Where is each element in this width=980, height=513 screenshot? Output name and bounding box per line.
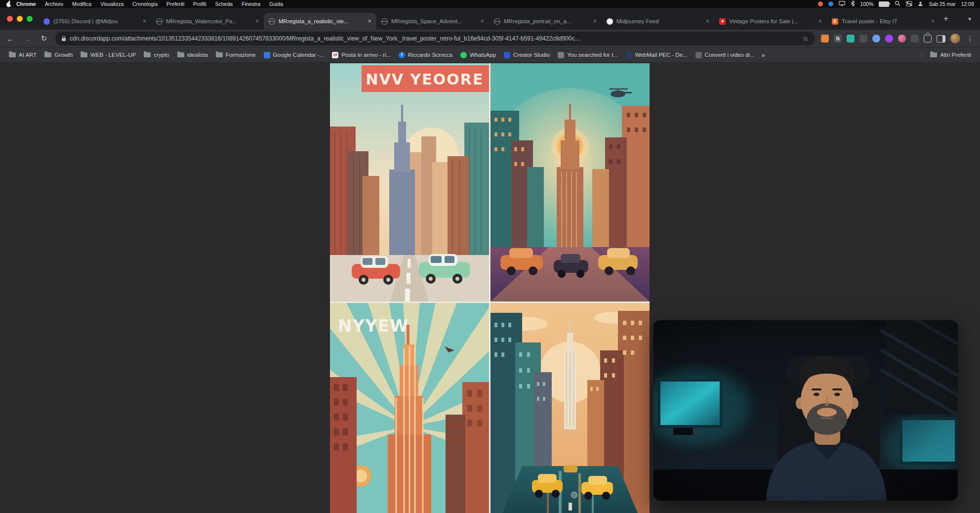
poster-image-bottom-right[interactable] — [490, 303, 650, 513]
tab-label: MRregista_Watercolor_Pa... — [166, 18, 252, 24]
bookmark-whatsapp[interactable]: WhatsApp — [456, 52, 500, 58]
tab-search-chevron-icon[interactable]: ▾ — [962, 16, 977, 22]
folder-icon — [177, 52, 184, 57]
tab-space-adventure[interactable]: MRregista_Space_Advent... × — [376, 13, 489, 30]
bluetooth-icon[interactable] — [851, 0, 855, 7]
bookmark-folder-crypto[interactable]: crypto — [140, 52, 173, 58]
desktop-screen: Chrome Archivio Modifica Visualizza Cron… — [0, 0, 980, 513]
bookmark-label: WebMail PEC - De... — [635, 52, 688, 58]
battery-percent: 100% — [860, 1, 874, 7]
reload-button[interactable]: ↻ — [39, 34, 49, 43]
bookmarks-bar: AI ART Growth WEB - LEVEL-UP crypto idea… — [0, 47, 980, 62]
bookmark-label: Growth — [54, 52, 73, 58]
side-panel-icon[interactable] — [937, 35, 945, 43]
tab-close-icon[interactable]: × — [143, 18, 146, 25]
bookmark-label: WEB - LEVEL-UP — [90, 52, 136, 58]
window-zoom-button[interactable] — [27, 16, 33, 22]
menubar-item-cronologia[interactable]: Cronologia — [128, 1, 162, 7]
tab-close-icon[interactable]: × — [931, 18, 935, 25]
tab-discord[interactable]: (2765) Discord | @Midjou × — [39, 13, 151, 30]
bookmark-folder-idealista[interactable]: idealista — [173, 52, 212, 58]
poster-image-top-left[interactable]: NVV YEOORE — [330, 63, 489, 301]
menubar-item-chrome[interactable]: Chrome — [12, 1, 41, 7]
mouse-cursor — [571, 492, 577, 498]
menubar-item-archivio[interactable]: Archivio — [41, 1, 68, 7]
menubar-item-profili[interactable]: Profili — [189, 1, 210, 7]
bookmark-label: Google Calendar -... — [273, 52, 325, 58]
menubar-item-guida[interactable]: Guida — [265, 1, 287, 7]
poster-illustration — [490, 63, 650, 301]
extensions-puzzle-icon[interactable] — [924, 35, 932, 43]
user-account-icon[interactable] — [918, 1, 923, 7]
forward-button[interactable]: → — [22, 35, 33, 43]
extension-icon-notion[interactable]: N — [834, 35, 842, 43]
bookmark-facebook-profile[interactable]: fRiccardo Scrocca — [395, 52, 456, 58]
tab-realistic-view-active[interactable]: MRregista_a_realistic_vie... × — [264, 13, 376, 30]
mail-favicon-icon — [626, 52, 632, 58]
window-controls — [3, 16, 39, 22]
bookmark-google-calendar[interactable]: Google Calendar -... — [260, 52, 328, 58]
tab-close-icon[interactable]: × — [818, 18, 822, 25]
menubar-item-scheda[interactable]: Scheda — [211, 1, 238, 7]
menubar-item-modifica[interactable]: Modifica — [68, 1, 96, 7]
poster-illustration — [490, 303, 650, 513]
tab-close-icon[interactable]: × — [706, 18, 709, 25]
menubar-item-visualizza[interactable]: Visualizza — [96, 1, 128, 7]
bookmark-star-icon[interactable]: ☆ — [802, 35, 809, 43]
extension-icon-3[interactable] — [872, 35, 880, 43]
facebook-favicon-icon: f — [399, 52, 405, 58]
bookmark-gmail-inbox[interactable]: MPosta in arrivo - ri... — [328, 52, 395, 58]
status-app-icon-1[interactable] — [818, 1, 823, 6]
extension-icon-keyboard[interactable] — [859, 35, 867, 43]
bookmark-webmail-pec[interactable]: WebMail PEC - De... — [622, 52, 692, 58]
bookmark-creator-studio[interactable]: Creator Studio — [500, 52, 554, 58]
tab-close-icon[interactable]: × — [368, 18, 371, 25]
tab-vintage-posters[interactable]: Vintage Posters for Sale |... × — [714, 13, 827, 30]
extension-icon-1[interactable] — [821, 35, 829, 43]
address-bar[interactable]: cdn.discordapp.com/attachments/101351233… — [55, 32, 815, 45]
tab-close-icon[interactable]: × — [255, 18, 259, 25]
control-center-icon[interactable] — [906, 1, 912, 7]
extension-icon-4[interactable] — [885, 35, 893, 43]
menubar-item-preferiti[interactable]: Preferiti — [162, 1, 189, 7]
tab-watercolor[interactable]: MRregista_Watercolor_Pa... × — [151, 13, 264, 30]
bookmark-altri-preferiti[interactable]: Altri Preferiti — [926, 52, 975, 58]
window-minimize-button[interactable] — [17, 16, 23, 22]
menubar-item-finestra[interactable]: Finestra — [237, 1, 265, 7]
window-close-button[interactable] — [7, 16, 13, 22]
globe-favicon-icon — [269, 18, 275, 25]
browser-toolbar: ← → ↻ cdn.discordapp.com/attachments/101… — [0, 30, 980, 47]
bookmark-folder-formazione[interactable]: Formazione — [212, 52, 260, 58]
midjourney-image-grid[interactable]: NVV YEOORE — [330, 63, 650, 513]
bookmark-you-searched[interactable]: You searched for I... — [554, 52, 622, 58]
extension-icon-2[interactable] — [847, 35, 855, 43]
menubar-time[interactable]: 12:08 — [961, 1, 974, 7]
bookmark-label: crypto — [154, 52, 169, 58]
menu-kebab-icon[interactable]: ⋮ — [965, 35, 975, 43]
new-tab-button[interactable]: + — [939, 12, 952, 25]
tab-close-icon[interactable]: × — [481, 18, 484, 25]
extension-icon-avatar[interactable] — [898, 35, 906, 43]
bookmark-folder-ai-art[interactable]: AI ART — [5, 52, 41, 58]
back-button[interactable]: ← — [5, 35, 16, 43]
bookmark-folder-growth[interactable]: Growth — [41, 52, 77, 58]
tab-portrait[interactable]: MRregista_portrait_on_a... × — [489, 13, 602, 30]
bookmark-label: Riccardo Scrocca — [408, 52, 452, 58]
spotlight-search-icon[interactable] — [895, 0, 900, 7]
tab-etsy[interactable]: E Travel poster - Etsy IT × — [827, 13, 939, 30]
apple-menu-icon[interactable] — [6, 0, 12, 7]
extension-grid-icon[interactable] — [911, 35, 919, 43]
display-icon[interactable] — [839, 1, 845, 7]
bookmark-converti-video[interactable]: Converti i video di... — [692, 52, 759, 58]
tab-close-icon[interactable]: × — [593, 18, 597, 25]
bookmarks-overflow-icon[interactable]: » — [759, 51, 768, 59]
url-text[interactable]: cdn.discordapp.com/attachments/101351233… — [70, 35, 798, 42]
etsy-favicon-icon: E — [832, 18, 838, 25]
poster-image-top-right[interactable] — [490, 63, 650, 301]
menubar-date[interactable]: Sab 25 mar — [929, 1, 955, 7]
bookmark-folder-web-level-up[interactable]: WEB - LEVEL-UP — [77, 52, 140, 58]
tab-midjourney-feed[interactable]: Midjourney Feed × — [602, 13, 714, 30]
status-app-icon-2[interactable] — [828, 1, 833, 6]
profile-avatar[interactable] — [950, 34, 960, 43]
poster-image-bottom-left[interactable]: NYYEW — [330, 303, 489, 513]
